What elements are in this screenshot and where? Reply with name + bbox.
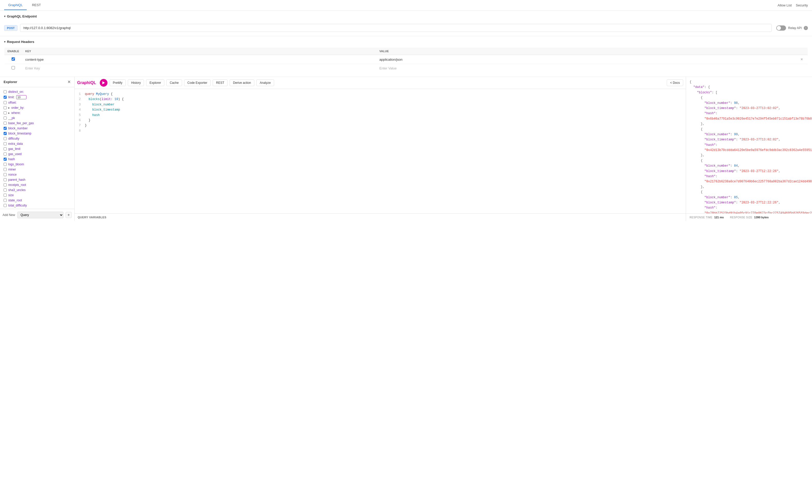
explorer-cb-miner[interactable]: [4, 168, 7, 171]
explorer-item-logs_bloom[interactable]: logs_bloom: [3, 162, 72, 167]
explorer-item-gas_used[interactable]: gas_used: [3, 151, 72, 157]
explorer-label-base_fee_per_gas: base_fee_per_gas: [8, 121, 34, 125]
explorer-item-distinct_on[interactable]: distinct_on:: [3, 89, 72, 94]
explorer-cb-difficulty[interactable]: [4, 137, 7, 140]
tab-graphql[interactable]: GraphiQL: [4, 1, 27, 10]
explorer-close-btn[interactable]: ✕: [67, 79, 71, 84]
explorer-item-nonce[interactable]: nonce: [3, 172, 72, 177]
header-checkbox-new[interactable]: [12, 66, 15, 69]
explorer-cb-offset[interactable]: [4, 101, 7, 104]
relay-label: Relay API: [788, 26, 802, 30]
explorer-item-extra_data[interactable]: extra_data: [3, 141, 72, 146]
explorer-limit-input[interactable]: [16, 95, 26, 99]
explorer-label-size: size: [8, 193, 14, 197]
security-link[interactable]: Security: [796, 3, 808, 7]
explorer-btn[interactable]: Explorer: [146, 79, 164, 86]
header-value-1: application/json: [376, 55, 798, 64]
explorer-cb-distinct_on[interactable]: [4, 90, 7, 93]
explorer-title: Explorer: [4, 80, 17, 84]
add-query-btn[interactable]: +: [66, 212, 72, 218]
result-content: { "data": { "blocks": [ { "block_number"…: [690, 79, 808, 213]
explorer-label-difficulty: difficulty: [8, 137, 19, 140]
explorer-cb-extra_data[interactable]: [4, 142, 7, 145]
explorer-item-size[interactable]: size: [3, 193, 72, 198]
explorer-cb-nonce[interactable]: [4, 173, 7, 176]
explorer-cb-limit[interactable]: [4, 96, 7, 99]
derive-action-btn[interactable]: Derive action: [230, 79, 254, 86]
explorer-item-hash[interactable]: hash: [3, 157, 72, 162]
explorer-cb-size[interactable]: [4, 194, 7, 197]
relay-toggle[interactable]: [776, 25, 786, 31]
explorer-cb-block_timestamp[interactable]: [4, 132, 7, 135]
prettify-btn[interactable]: Prettify: [110, 79, 126, 86]
header-enable-1[interactable]: [4, 55, 22, 64]
explorer-body: distinct_on: limit: offset: ▶ order_by: …: [0, 87, 74, 209]
explorer-cb-order_by[interactable]: [4, 106, 7, 109]
explorer-item-base_fee_per_gas[interactable]: base_fee_per_gas: [3, 121, 72, 126]
explorer-label-parent_hash: parent_hash: [8, 178, 25, 182]
explorer-cb-base_fee_per_gas[interactable]: [4, 122, 7, 125]
header-value-new[interactable]: Enter Value: [376, 64, 798, 73]
header-key-new[interactable]: Enter Key: [22, 64, 376, 73]
allow-list-link[interactable]: Allow List: [778, 3, 792, 7]
explorer-item-gas_limit[interactable]: gas_limit: [3, 146, 72, 151]
code-line-2: 2 blocks(limit: 10) {: [75, 97, 686, 102]
explorer-item-difficulty[interactable]: difficulty: [3, 136, 72, 141]
explorer-cb-total_difficulty[interactable]: [4, 204, 7, 207]
query-vars-bar[interactable]: QUERY VARIABLES: [75, 213, 686, 221]
explorer-cb-block_number[interactable]: [4, 127, 7, 130]
explorer-cb-__pk[interactable]: [4, 116, 7, 120]
play-icon: [102, 81, 105, 84]
run-button[interactable]: [100, 79, 107, 87]
history-btn[interactable]: History: [128, 79, 144, 86]
relay-info-icon[interactable]: i: [804, 26, 808, 30]
explorer-item-miner[interactable]: miner: [3, 167, 72, 172]
explorer-item-receipts_root[interactable]: receipts_root: [3, 182, 72, 187]
explorer-cb-hash[interactable]: [4, 158, 7, 161]
header-delete-1[interactable]: ×: [801, 57, 803, 62]
explorer-item-block_number[interactable]: block_number: [3, 126, 72, 131]
result-footer: RESPONSE TIME 121 ms RESPONSE SIZE 1390 …: [686, 213, 812, 221]
explorer-cb-where[interactable]: [4, 111, 7, 114]
cache-btn[interactable]: Cache: [166, 79, 182, 86]
code-editor[interactable]: 1 query MyQuery { 2 blocks(limit: 10) { …: [75, 89, 686, 213]
explorer-item-sha3_uncles[interactable]: sha3_uncles: [3, 187, 72, 193]
explorer-item-offset[interactable]: offset:: [3, 100, 72, 105]
docs-btn[interactable]: < Docs: [667, 79, 683, 86]
code-exporter-btn[interactable]: Code Exporter: [184, 79, 211, 86]
code-line-8: 8: [75, 128, 686, 133]
col-key: KEY: [22, 48, 376, 55]
endpoint-header[interactable]: ▾ GraphQL Endpoint: [0, 11, 812, 22]
explorer-item-block_timestamp[interactable]: block_timestamp: [3, 131, 72, 136]
explorer-cb-parent_hash[interactable]: [4, 178, 7, 181]
explorer-item-state_root[interactable]: state_root: [3, 198, 72, 203]
toggle-thumb: [777, 26, 781, 30]
explorer-item-parent_hash[interactable]: parent_hash: [3, 177, 72, 182]
explorer-item-limit[interactable]: limit:: [3, 94, 72, 100]
explorer-cb-sha3_uncles[interactable]: [4, 188, 7, 192]
explorer-cb-gas_used[interactable]: [4, 152, 7, 156]
explorer-cb-logs_bloom[interactable]: [4, 163, 7, 166]
analyze-btn[interactable]: Analyze: [256, 79, 274, 86]
tab-rest[interactable]: REST: [28, 1, 45, 10]
url-input[interactable]: [20, 24, 772, 32]
rest-btn[interactable]: REST: [213, 79, 228, 86]
header-checkbox-1[interactable]: [12, 57, 15, 61]
explorer-label-limit: limit:: [8, 95, 15, 99]
headers-header[interactable]: ▾ Request Headers: [0, 36, 812, 47]
explorer-cb-gas_limit[interactable]: [4, 147, 7, 150]
endpoint-title: GraphQL Endpoint: [7, 14, 37, 18]
explorer-item-total_difficulty[interactable]: total_difficulty: [3, 203, 72, 208]
result-panel: { "data": { "blocks": [ { "block_number"…: [686, 77, 812, 221]
explorer-item-__pk[interactable]: __pk: [3, 115, 72, 121]
code-line-4: 4 block_timestamp: [75, 107, 686, 112]
explorer-label-receipts_root: receipts_root: [8, 183, 26, 187]
query-type-select[interactable]: Query Mutation Subscription: [17, 212, 64, 218]
explorer-cb-receipts_root[interactable]: [4, 183, 7, 186]
explorer-label-hash: hash: [8, 157, 15, 161]
explorer-item-order_by[interactable]: ▶ order_by:: [3, 105, 72, 110]
headers-table-container: ENABLE KEY VALUE content-type applicatio…: [0, 47, 812, 77]
explorer-item-where[interactable]: ▶ where:: [3, 110, 72, 115]
header-enable-new[interactable]: [4, 64, 22, 73]
explorer-cb-state_root[interactable]: [4, 199, 7, 202]
